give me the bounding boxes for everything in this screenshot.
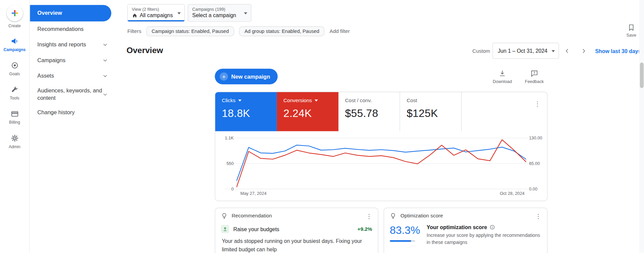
uplift-badge: +9.2% bbox=[357, 226, 372, 232]
chevron-down-icon bbox=[102, 91, 108, 97]
google-ads-overview-page: Create Campaigns Goals Tools Billing bbox=[0, 0, 644, 253]
admin-gear-icon bbox=[10, 134, 18, 142]
recommendation-card: Recommendation ⋮ Raise your budgets +9.2… bbox=[215, 208, 378, 253]
create-button[interactable]: Create bbox=[6, 5, 23, 28]
left-rail: Create Campaigns Goals Tools Billing bbox=[0, 0, 30, 253]
chevron-down-icon bbox=[238, 99, 242, 101]
metric-label: Cost bbox=[407, 97, 417, 103]
sidebar-item-label: Campaigns bbox=[37, 53, 102, 67]
chevron-down-icon bbox=[102, 73, 108, 79]
show-last-30-days-link[interactable]: Show last 30 days bbox=[595, 48, 641, 54]
metric-label: Cost / conv. bbox=[345, 97, 372, 103]
optimization-text-block: Your optimization score Increase your sc… bbox=[427, 224, 541, 246]
filter-chip-ad-group-status[interactable]: Ad group status: Enabled, Paused bbox=[239, 26, 325, 36]
optimization-score-card: Optimization score ⋮ 83.3% Your optimiza… bbox=[384, 208, 547, 253]
chevron-down-icon bbox=[315, 99, 318, 101]
rail-item-label: Billing bbox=[9, 120, 20, 124]
card-menu-kebab-icon[interactable]: ⋮ bbox=[366, 213, 372, 219]
sidebar-item-label: Overview bbox=[37, 6, 107, 20]
chevron-down-icon bbox=[102, 57, 108, 63]
scrollbar-thumb[interactable] bbox=[640, 62, 644, 88]
view-selector-dropdown[interactable]: View (2 filters) All campaigns bbox=[127, 4, 185, 22]
feedback-button[interactable]: Feedback bbox=[524, 70, 545, 84]
sidebar-item-change-history[interactable]: Change history bbox=[30, 105, 112, 121]
vertical-scrollbar[interactable] bbox=[639, 0, 644, 253]
left-axis-tick: 0 bbox=[215, 186, 234, 191]
date-mode-label: Custom bbox=[472, 48, 490, 54]
home-icon bbox=[132, 12, 138, 18]
campaigns-megaphone-icon bbox=[10, 37, 18, 45]
lightbulb-icon bbox=[390, 213, 396, 219]
optimization-score-value: 83.3% bbox=[390, 224, 420, 237]
sidebar-item-campaigns[interactable]: Campaigns bbox=[30, 53, 112, 69]
feedback-icon bbox=[531, 70, 538, 77]
feedback-label: Feedback bbox=[525, 79, 544, 84]
sidebar-item-assets[interactable]: Assets bbox=[30, 68, 112, 84]
filter-chip-campaign-status[interactable]: Campaign status: Enabled, Paused bbox=[146, 26, 234, 36]
sidebar-item-insights-and-reports[interactable]: Insights and reports bbox=[30, 37, 112, 53]
new-campaign-button[interactable]: + New campaign bbox=[215, 69, 278, 84]
chevron-down-icon bbox=[102, 42, 108, 48]
metric-tab-cost-per-conv[interactable]: Cost / conv. $55.78 bbox=[338, 92, 400, 131]
metric-tab-cost[interactable]: Cost $125K bbox=[400, 92, 462, 131]
rail-item-campaigns[interactable]: Campaigns bbox=[1, 34, 28, 55]
card-title: Recommendation bbox=[232, 213, 272, 219]
trend-up-icon bbox=[221, 225, 229, 233]
chevron-down-icon bbox=[244, 12, 247, 14]
sidebar-item-audiences-keywords-content[interactable]: Audiences, keywords, and content bbox=[30, 84, 112, 105]
performance-line-chart[interactable] bbox=[237, 138, 526, 189]
card-menu-kebab-icon[interactable]: ⋮ bbox=[535, 213, 541, 219]
create-plus-icon bbox=[6, 5, 23, 22]
rail-item-tools[interactable]: Tools bbox=[1, 82, 28, 104]
rail-item-label: Create bbox=[8, 24, 21, 28]
campaign-selector-dropdown[interactable]: Campaigns (199) Select a campaign bbox=[188, 4, 251, 22]
sidebar-item-overview[interactable]: Overview bbox=[30, 5, 111, 22]
goals-target-icon bbox=[10, 61, 18, 69]
next-period-button[interactable] bbox=[579, 46, 588, 56]
card-menu-kebab-icon[interactable]: ⋮ bbox=[534, 100, 540, 107]
sidebar-item-label: Insights and reports bbox=[37, 38, 102, 52]
campaign-selector-label: Campaigns (199) bbox=[192, 7, 240, 12]
right-axis-tick: 65.00 bbox=[529, 161, 547, 166]
sidebar-item-label: Assets bbox=[37, 69, 102, 83]
save-button[interactable]: Save bbox=[623, 24, 640, 37]
lightbulb-icon bbox=[221, 213, 228, 219]
date-range-selector[interactable]: Jun 1 – Oct 31, 2024 bbox=[492, 43, 559, 59]
rail-item-label: Tools bbox=[10, 96, 19, 100]
optimization-progress-fill bbox=[390, 240, 411, 242]
chevron-down-icon bbox=[178, 12, 181, 14]
metric-value: 2.24K bbox=[283, 107, 332, 120]
page-title: Overview bbox=[127, 46, 163, 55]
chart-gridline bbox=[224, 189, 528, 189]
metrics-chart-card: Clicks 18.8K Conversions 2.24K Cost / co… bbox=[215, 92, 547, 201]
optimization-progress-bar bbox=[390, 240, 415, 242]
plus-icon: + bbox=[220, 72, 228, 80]
active-view-underline bbox=[128, 20, 185, 22]
left-axis-tick: 1.1K bbox=[215, 135, 234, 140]
metric-value: 18.8K bbox=[222, 107, 270, 120]
sidebar-item-label: Change history bbox=[37, 106, 108, 120]
download-button[interactable]: Download bbox=[492, 70, 512, 84]
new-campaign-label: New campaign bbox=[231, 73, 270, 79]
rail-item-billing[interactable]: Billing bbox=[1, 107, 28, 128]
rail-item-goals[interactable]: Goals bbox=[1, 58, 28, 80]
metric-tab-clicks[interactable]: Clicks 18.8K bbox=[215, 92, 277, 131]
sidebar-item-label: Recommendations bbox=[37, 22, 108, 36]
add-filter-button[interactable]: Add filter bbox=[330, 28, 350, 34]
metric-tab-conversions[interactable]: Conversions 2.24K bbox=[277, 92, 339, 131]
recommendation-title: Raise your budgets bbox=[233, 226, 279, 232]
filters-label: Filters bbox=[127, 28, 141, 34]
x-axis-end-label: Oct 28, 2024 bbox=[494, 191, 531, 196]
rail-item-admin[interactable]: Admin bbox=[1, 131, 28, 152]
sidebar-item-recommendations[interactable]: Recommendations bbox=[30, 22, 112, 37]
billing-card-icon bbox=[10, 110, 18, 118]
filter-bar: Filters Campaign status: Enabled, Paused… bbox=[127, 26, 350, 36]
previous-period-button[interactable] bbox=[562, 46, 572, 56]
campaign-selector-value: Select a campaign bbox=[192, 12, 236, 18]
save-label: Save bbox=[626, 33, 636, 38]
info-icon[interactable] bbox=[490, 224, 495, 230]
optimization-body: Increase your score by applying the reco… bbox=[427, 232, 541, 246]
rail-item-label: Admin bbox=[9, 144, 20, 149]
save-bookmark-icon bbox=[628, 24, 635, 31]
recommendation-item[interactable]: Raise your budgets +9.2% bbox=[215, 222, 378, 233]
